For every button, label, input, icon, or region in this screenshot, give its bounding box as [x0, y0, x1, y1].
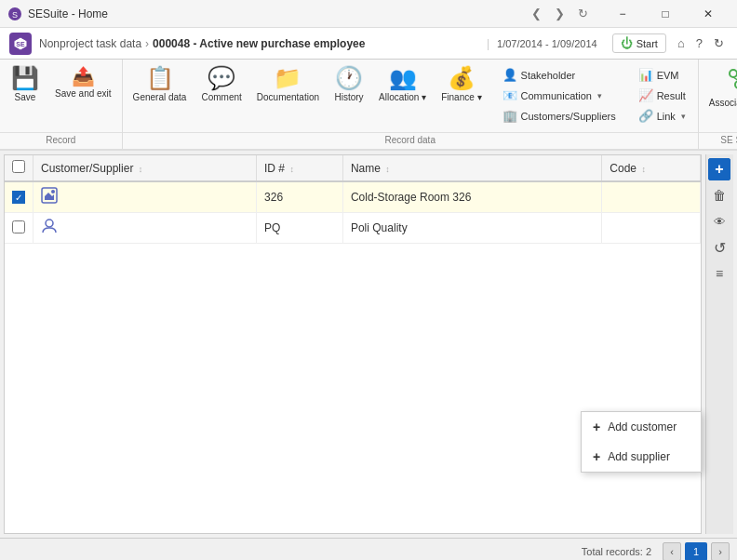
documentation-icon: 📁	[274, 67, 302, 89]
allocation-button[interactable]: 👥 Allocation ▾	[372, 63, 433, 107]
help-icon[interactable]: ?	[692, 34, 706, 52]
row2-checkbox-cell	[5, 213, 34, 244]
link-button[interactable]: 🔗 Link ▾	[630, 106, 694, 126]
row1-id: 326	[257, 181, 343, 213]
reload-icon[interactable]: ↻	[710, 34, 728, 52]
row2-checkbox[interactable]	[12, 220, 25, 233]
row1-checkbox-cell: ✓	[5, 181, 34, 213]
customers-suppliers-icon: 🏢	[502, 109, 517, 123]
general-icon: 📋	[146, 67, 174, 89]
customer-supplier-table: Customer/Supplier ↕ ID # ↕ Name ↕ Code ↕	[5, 155, 701, 244]
ribbon-record-data-label: Record data	[123, 132, 698, 147]
window-title: SESuite - Home	[28, 7, 522, 20]
add-supplier-plus-icon: +	[593, 449, 600, 464]
history-label: History	[335, 92, 364, 103]
row1-type-cell	[34, 181, 257, 213]
forward-icon[interactable]: ❯	[551, 5, 569, 22]
documentation-button[interactable]: 📁 Documentation	[250, 63, 326, 107]
comment-icon: 💬	[208, 67, 235, 89]
address-bar-actions: ⌂ ? ↻	[674, 34, 728, 52]
next-page-button[interactable]: ›	[711, 542, 730, 561]
result-button[interactable]: 📈 Result	[630, 86, 694, 105]
maximize-button[interactable]: □	[644, 0, 687, 28]
customers-suppliers-label: Customers/Suppliers	[521, 111, 616, 122]
row2-name: Poli Quality	[342, 213, 601, 244]
add-customer-item[interactable]: + Add customer	[582, 412, 701, 442]
start-power-icon: ⏻	[621, 36, 633, 50]
stakeholder-button[interactable]: 👤 Stakeholder	[494, 65, 624, 85]
save-label: Save	[15, 92, 36, 103]
status-bar: Total records: 2 ‹ 1 ›	[0, 538, 737, 560]
customers-suppliers-button[interactable]: 🏢 Customers/Suppliers	[494, 106, 624, 126]
communication-arrow: ▾	[597, 91, 602, 100]
row2-type-cell	[34, 213, 257, 244]
view-toolbar-button[interactable]: 👁	[708, 210, 730, 233]
refresh-toolbar-button[interactable]: ↺	[708, 236, 730, 259]
associations-button[interactable]: Associations ▾	[703, 63, 737, 113]
title-bar: S SESuite - Home ❮ ❯ ↻ − □ ✕	[0, 0, 737, 28]
svg-text:SE: SE	[16, 41, 25, 47]
refresh-titlebar-icon[interactable]: ↻	[574, 5, 592, 22]
home-icon[interactable]: ⌂	[674, 34, 689, 52]
sort-cs-icon[interactable]: ↕	[139, 165, 143, 174]
back-icon[interactable]: ❮	[528, 5, 545, 22]
table-row[interactable]: PQ Poli Quality	[5, 213, 701, 244]
list-toolbar-button[interactable]: ≡	[708, 262, 730, 285]
prev-page-button[interactable]: ‹	[663, 542, 681, 561]
ribbon-group-se-suite: Associations ▾ SE Suite	[699, 60, 737, 149]
close-button[interactable]: ✕	[687, 0, 730, 28]
column-header-id: ID #	[264, 162, 285, 175]
row1-code	[602, 181, 701, 213]
delete-toolbar-button[interactable]: 🗑	[708, 184, 730, 207]
row1-checkbox[interactable]: ✓	[12, 191, 25, 204]
ribbon-record-label: Record	[0, 132, 122, 147]
table-header-row: Customer/Supplier ↕ ID # ↕ Name ↕ Code ↕	[5, 155, 701, 181]
finance-icon: 💰	[448, 67, 476, 89]
column-customer-supplier: Customer/Supplier ↕	[34, 155, 257, 181]
stakeholder-label: Stakeholder	[521, 70, 576, 81]
save-button[interactable]: 💾 Save	[4, 63, 47, 107]
sort-code-icon[interactable]: ↕	[641, 165, 646, 174]
save-exit-button[interactable]: 📤 Save and exit	[48, 63, 118, 103]
main-content: Customer/Supplier ↕ ID # ↕ Name ↕ Code ↕	[0, 151, 737, 538]
row2-code	[602, 213, 701, 244]
start-button[interactable]: ⏻ Start	[612, 33, 666, 53]
allocation-icon: 👥	[389, 67, 417, 89]
link-label: Link	[657, 111, 676, 122]
link-arrow: ▾	[681, 112, 686, 121]
row1-name: Cold-Storage Room 326	[342, 181, 601, 213]
result-icon: 📈	[638, 88, 653, 102]
column-header-name: Name	[351, 162, 381, 175]
window-controls: − □ ✕	[601, 0, 730, 28]
sort-id-icon[interactable]: ↕	[289, 165, 294, 174]
documentation-label: Documentation	[257, 92, 319, 103]
minimize-button[interactable]: −	[601, 0, 644, 28]
general-data-button[interactable]: 📋 General data	[127, 63, 194, 107]
associations-label: Associations ▾	[709, 98, 737, 109]
comment-button[interactable]: 💬 Comment	[194, 63, 248, 107]
evm-button[interactable]: 📊 EVM	[630, 65, 694, 85]
column-id: ID # ↕	[257, 155, 343, 181]
ribbon-se-suite-label: SE Suite	[699, 132, 737, 147]
evm-icon: 📊	[638, 68, 653, 82]
communication-icon: 📧	[502, 88, 517, 102]
svg-point-4	[730, 70, 737, 77]
app-icon: S	[7, 7, 22, 21]
add-customer-label: Add customer	[608, 420, 677, 433]
finance-button[interactable]: 💰 Finance ▾	[435, 63, 488, 107]
breadcrumb-current: 000048 - Active new purchase employee	[153, 37, 365, 50]
svg-point-10	[51, 190, 55, 193]
history-button[interactable]: 🕐 History	[328, 63, 370, 107]
select-all-checkbox[interactable]	[12, 160, 25, 173]
save-exit-icon: 📤	[72, 67, 95, 86]
column-code: Code ↕	[602, 155, 701, 181]
table-row[interactable]: ✓ 326 Cold-Storage Room 326	[5, 181, 701, 213]
breadcrumb: Nonproject task data › 000048 - Active n…	[39, 37, 479, 50]
add-supplier-item[interactable]: + Add supplier	[582, 442, 701, 472]
save-icon: 💾	[11, 67, 39, 89]
column-name: Name ↕	[342, 155, 601, 181]
communication-button[interactable]: 📧 Communication ▾	[494, 86, 624, 105]
add-toolbar-button[interactable]: +	[708, 158, 730, 180]
ribbon-group-record-data: 📋 General data 💬 Comment 📁 Documentation…	[123, 60, 699, 149]
sort-name-icon[interactable]: ↕	[385, 165, 390, 174]
